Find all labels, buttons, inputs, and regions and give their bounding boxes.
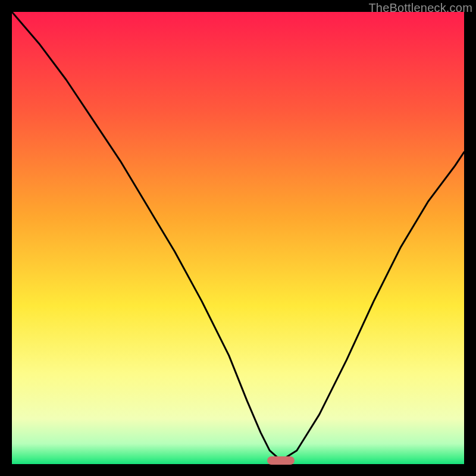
plot-area [12,12,464,464]
chart-frame: TheBottleneck.com [0,0,476,476]
optimal-marker [267,456,295,465]
watermark-text: TheBottleneck.com [368,1,472,15]
gradient-background [12,12,464,464]
